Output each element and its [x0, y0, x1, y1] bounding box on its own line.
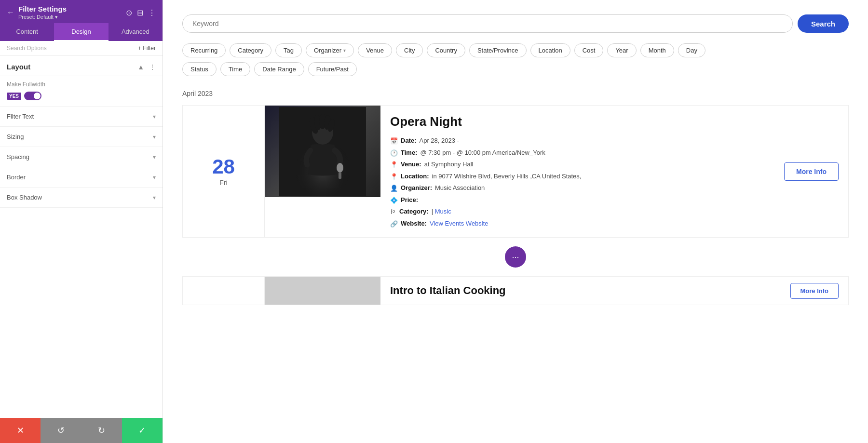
event-date-box: 28 Fri [183, 106, 265, 237]
filter-tag-venue[interactable]: Venue [358, 43, 392, 57]
next-event-row: Intro to Italian Cooking More Info [182, 276, 849, 305]
organizer-icon: 👤 [390, 184, 398, 193]
collapse-icon[interactable]: ▲ [137, 63, 144, 71]
more-options-button[interactable]: ··· [505, 246, 526, 268]
filter-tags-row2: Status Time Date Range Future/Past [182, 62, 849, 76]
filter-tag-status[interactable]: Status [182, 62, 217, 76]
divider-row: ··· [182, 239, 849, 275]
layout-controls: ▲ ⋮ [137, 63, 156, 71]
filter-tag-year[interactable]: Year [607, 43, 636, 57]
event-image [265, 106, 380, 197]
columns-icon[interactable]: ⊟ [137, 8, 143, 17]
filter-tag-organizer[interactable]: Organizer▾ [306, 43, 354, 57]
event-day-name: Fri [219, 179, 227, 187]
search-bar-row: Search [182, 14, 849, 33]
chevron-down-icon: ▾ [153, 174, 156, 181]
filter-button[interactable]: + Filter [138, 45, 156, 52]
event-organizer-row: 👤 Organizer: Music Association [390, 183, 774, 193]
svg-point-8 [337, 163, 343, 173]
search-options-label: Search Options [7, 45, 47, 52]
subsection-box-shadow[interactable]: Box Shadow ▾ [0, 188, 163, 208]
subsection-label: Sizing [7, 133, 24, 140]
more-options-icon[interactable]: ⋮ [148, 8, 156, 17]
event-venue-row: 📍 Venue: at Symphony Hall [390, 160, 774, 170]
tab-advanced[interactable]: Advanced [108, 23, 163, 41]
toggle-switch[interactable] [24, 92, 41, 100]
next-date-box [183, 277, 265, 305]
filter-tag-day[interactable]: Day [678, 43, 705, 57]
panel-header-left: ← Filter Settings Preset: Default ▾ [7, 5, 67, 20]
search-options-bar: Search Options + Filter [0, 41, 163, 56]
filter-tag-city[interactable]: City [396, 43, 423, 57]
cancel-button[interactable]: ✕ [0, 418, 41, 443]
toggle-yes-label: YES [7, 93, 21, 100]
website-link[interactable]: View Events Website [430, 220, 488, 227]
more-info-button[interactable]: More Info [784, 162, 839, 181]
filter-tag-date-range[interactable]: Date Range [254, 62, 304, 76]
chevron-down-icon: ▾ [153, 134, 156, 140]
svg-rect-9 [339, 172, 341, 179]
subsection-sizing[interactable]: Sizing ▾ [0, 127, 163, 147]
subsection-label: Box Shadow [7, 194, 42, 201]
left-panel: ← Filter Settings Preset: Default ▾ ⊙ ⊟ … [0, 0, 163, 443]
event-row: 28 Fri [182, 105, 849, 238]
toggle-wrapper: YES [7, 92, 156, 100]
tab-design[interactable]: Design [54, 23, 108, 41]
next-event-image [265, 277, 380, 305]
filter-tag-month[interactable]: Month [640, 43, 674, 57]
filter-tag-cost[interactable]: Cost [574, 43, 604, 57]
panel-header-icons: ⊙ ⊟ ⋮ [126, 8, 156, 17]
event-time-row: 🕐 Time: @ 7:30 pm - @ 10:00 pm America/N… [390, 148, 774, 158]
layout-title: Layout [7, 63, 30, 71]
event-website-row: 🔗 Website: View Events Website [390, 219, 774, 229]
event-price-row: 💠 Price: [390, 195, 774, 205]
next-event-title: Intro to Italian Cooking [380, 277, 515, 305]
subsection-border[interactable]: Border ▾ [0, 167, 163, 188]
clock-icon: 🕐 [390, 148, 398, 158]
layout-more-icon[interactable]: ⋮ [149, 63, 156, 71]
filter-tag-country[interactable]: Country [427, 43, 465, 57]
panel-title: Filter Settings [18, 5, 67, 13]
chevron-down-icon: ▾ [153, 113, 156, 120]
layout-section-header: Layout ▲ ⋮ [0, 56, 163, 76]
target-icon[interactable]: ⊙ [126, 8, 132, 17]
filter-tag-state[interactable]: State/Province [469, 43, 527, 57]
filter-tag-tag[interactable]: Tag [275, 43, 302, 57]
redo-button[interactable]: ↻ [81, 418, 122, 443]
filter-tag-future-past[interactable]: Future/Past [308, 62, 357, 76]
search-button[interactable]: Search [798, 14, 849, 33]
save-button[interactable]: ✓ [122, 418, 163, 443]
subsection-filter-text[interactable]: Filter Text ▾ [0, 107, 163, 127]
next-more-info-button[interactable]: More Info [790, 283, 839, 299]
bottom-bar: ✕ ↺ ↻ ✓ [0, 418, 163, 443]
panel-header: ← Filter Settings Preset: Default ▾ ⊙ ⊟ … [0, 0, 163, 23]
keyword-input[interactable] [182, 14, 793, 33]
event-image-placeholder [265, 106, 380, 197]
website-icon: 🔗 [390, 219, 398, 229]
subsection-label: Filter Text [7, 113, 34, 120]
filter-tag-location[interactable]: Location [530, 43, 570, 57]
filter-tags-row1: Recurring Category Tag Organizer▾ Venue … [182, 43, 849, 57]
event-details: Opera Night 📅 Date: Apr 28, 2023 - 🕐 Tim… [380, 106, 784, 237]
main-content: Search Recurring Category Tag Organizer▾… [163, 0, 868, 443]
subsection-spacing[interactable]: Spacing ▾ [0, 147, 163, 167]
venue-icon: 📍 [390, 160, 398, 170]
chevron-down-icon: ▾ [343, 48, 346, 53]
filter-tag-category[interactable]: Category [230, 43, 271, 57]
event-info-grid: 📅 Date: Apr 28, 2023 - 🕐 Time: @ 7:30 pm… [390, 136, 774, 228]
undo-button[interactable]: ↺ [41, 418, 81, 443]
category-icon: 🏳 [390, 207, 396, 217]
filter-tag-recurring[interactable]: Recurring [182, 43, 226, 57]
event-date-row: 📅 Date: Apr 28, 2023 - [390, 136, 774, 146]
price-icon: 💠 [390, 196, 398, 205]
date-section-label: April 2023 [182, 90, 849, 97]
category-link[interactable]: Music [435, 208, 451, 215]
tab-content[interactable]: Content [0, 23, 54, 41]
location-icon: 📍 [390, 172, 398, 182]
panel-preset[interactable]: Preset: Default ▾ [18, 14, 67, 20]
chevron-down-icon: ▾ [153, 154, 156, 161]
dots-icon: ··· [512, 252, 519, 262]
filter-tag-time[interactable]: Time [220, 62, 250, 76]
back-arrow-icon[interactable]: ← [7, 8, 14, 17]
make-fullwidth-label: Make Fullwidth [7, 81, 156, 88]
